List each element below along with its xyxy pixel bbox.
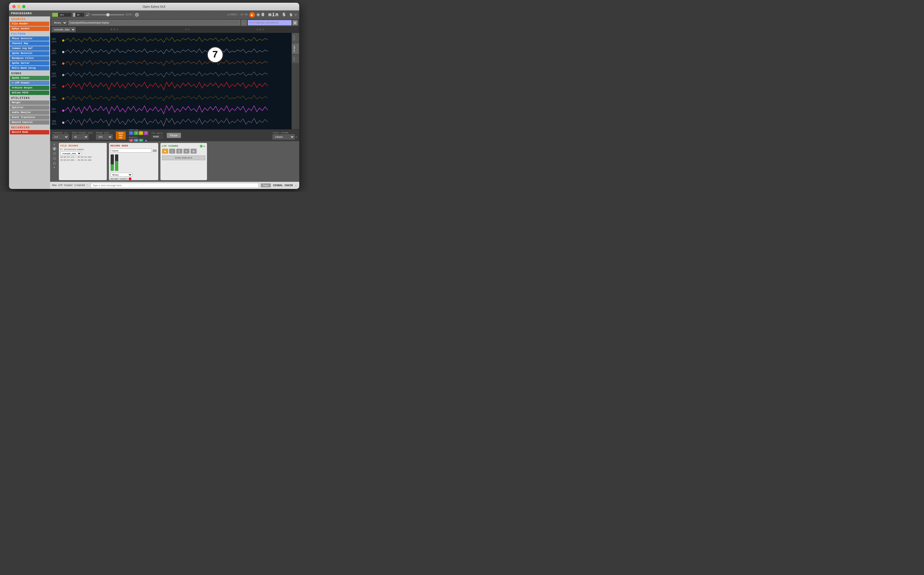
volume-slider[interactable] <box>91 14 124 15</box>
sidebar-item-file-reader[interactable]: File Reader <box>10 22 49 26</box>
maximize-button[interactable] <box>22 5 25 8</box>
play-button[interactable]: ▶ <box>249 12 255 17</box>
overlay-row-2: 2 4 6 8 <box>129 139 148 141</box>
tab-info[interactable]: Info <box>292 33 299 43</box>
close-button[interactable] <box>12 5 16 8</box>
lfp-viewer-header: LFP VIEWER ▶ <box>162 145 205 148</box>
minimize-button[interactable] <box>17 5 21 8</box>
events-btn-6[interactable]: 6 <box>139 139 143 141</box>
df-meter: DF <box>73 13 84 17</box>
record-events-label: RECORD EVENTS <box>111 178 128 180</box>
filename-input[interactable] <box>248 20 292 25</box>
node-circle-2 <box>53 157 56 160</box>
lfp-preset-dropdown[interactable]: example_data <box>52 27 76 32</box>
message-input[interactable] <box>90 183 259 188</box>
sidebar-item-channel-map[interactable]: Channel Map <box>10 41 49 46</box>
svg-point-2 <box>62 40 64 41</box>
sidebar-item-ephys-socket[interactable]: Ephys Socket <box>10 27 49 31</box>
lfp-btn-col2[interactable]: || <box>176 149 183 154</box>
ttl-value: NONE <box>151 135 163 139</box>
range-group: Range (µV) 250 <box>96 132 113 139</box>
time-marker-2: 1 s <box>185 28 189 31</box>
sidebar-item-common-avg-ref[interactable]: Common Avg Ref <box>10 46 49 51</box>
lfp-area: example_data 0.5 s 1 s 1.5 s 7 <box>50 26 299 141</box>
file-options-button[interactable]: ▤ <box>293 20 298 25</box>
overlay-group: Overlay 1 3 5 7 Events: 2 <box>129 129 148 141</box>
sidebar-item-spike-detector[interactable]: Spike Detector <box>10 51 49 56</box>
sidebar-item-audio-monitor[interactable]: Audio Monitor <box>10 110 49 115</box>
timebase-dropdown[interactable]: 2.0 <box>52 135 69 139</box>
tab-graph[interactable]: Graph <box>292 43 299 54</box>
file-reader-card: FILE READER F: structure.oebin example_d… <box>59 143 107 180</box>
sidebar-item-record-node[interactable]: Record Node <box>10 130 49 135</box>
sidebar-item-splitter[interactable]: Splitter <box>10 105 49 110</box>
sidebar-item-spike-sorter[interactable]: Spike Sorter <box>10 61 49 65</box>
range-label: Range (µV) <box>96 132 113 134</box>
expand-icon[interactable]: ▽ <box>295 13 297 17</box>
overlay-btn-3[interactable]: 3 <box>134 131 138 135</box>
overlay-btn-1[interactable]: 1 <box>129 131 133 135</box>
record-node-format-dropdown[interactable]: Binary <box>111 173 132 176</box>
svg-point-14 <box>62 86 64 87</box>
svg-point-23 <box>62 122 64 124</box>
save-button[interactable]: Save <box>261 183 271 187</box>
file-reader-preset-dropdown[interactable]: example_data <box>60 151 82 155</box>
sidebar-item-multiband-integ[interactable]: Multi-Band Integ <box>10 66 49 70</box>
pause-button[interactable]: Pause <box>167 133 181 138</box>
svg-text:DATA: DATA <box>52 52 57 54</box>
recording-section-title: RECORDING <box>9 125 50 130</box>
events-btn-4[interactable]: 4 <box>134 139 138 141</box>
volume-icon[interactable]: 🔊 <box>86 13 90 17</box>
sidebar-item-online-psth[interactable]: Online PSTH <box>10 91 49 95</box>
record-dot <box>257 13 260 16</box>
sidebar-item-arduino-output[interactable]: Arduino Output <box>10 86 49 90</box>
filepath-input[interactable] <box>68 20 240 25</box>
svg-point-5 <box>62 51 64 53</box>
lfp-viewer-title: LFP VIEWER <box>162 145 178 148</box>
events-btn-8[interactable]: 8 <box>144 139 148 141</box>
color-scheme-dropdown[interactable]: Classic <box>273 135 295 139</box>
sidebar-item-lfp-viewer[interactable]: > LFP Viewer <box>10 81 49 85</box>
events-label: Events: <box>129 136 148 138</box>
file-reader-time1: 00:00:04.176 / 00:00:04.999 <box>60 156 91 158</box>
lfp-btn-grid[interactable]: ⊞ <box>191 149 197 154</box>
chan-height-dropdown[interactable]: 40 <box>72 135 89 139</box>
record-node-browse-btn[interactable]: ... <box>153 149 157 152</box>
chan-height-label: Chan height (px) <box>72 132 93 134</box>
sidebar-item-phase-detector[interactable]: Phase Detector <box>10 37 49 41</box>
sidebar-item-spike-viewer[interactable]: Spike Viewer <box>10 76 49 80</box>
sidebar-item-merger[interactable]: Merger <box>10 100 49 105</box>
lfp-btn-rows[interactable]: ≡ <box>183 149 189 154</box>
record-node-path-input[interactable] <box>111 149 152 152</box>
sidebar-item-bandpass-filter[interactable]: Bandpass Filter <box>10 56 49 60</box>
sidebar-item-record-control[interactable]: Record Control <box>10 120 49 125</box>
record-node-path-row: ... <box>111 149 157 152</box>
lfp-icon-row: ■ | || ≡ ⊞ <box>162 149 205 154</box>
svg-text:DATA: DATA <box>52 64 57 66</box>
timebase-group: Timebase (s) 2.0 <box>52 132 69 139</box>
color-arrow-icon: ◁ <box>295 135 297 138</box>
format-dropdown[interactable]: Binary <box>52 20 67 25</box>
data-aux-adc-badge: DATA AUX ADC <box>116 132 125 140</box>
status-message: New LFP Viewer created <box>52 184 85 187</box>
lfp-btn-square[interactable]: ■ <box>162 149 168 154</box>
overlay-btn-5[interactable]: 5 <box>139 131 143 135</box>
record-events-indicator <box>129 178 132 180</box>
sidebar: PROCESSORS SOURCES File Reader Ephys Soc… <box>9 10 50 189</box>
overlay-row-1: 1 3 5 7 <box>129 131 148 135</box>
status-caret-icon: ⌃ <box>87 184 89 187</box>
lfp-btn-col1[interactable]: | <box>169 149 175 154</box>
tab-lfp[interactable]: LFP <box>292 55 299 63</box>
sync-displays-button[interactable]: SYNC DISPLAYS <box>162 156 205 160</box>
overlay-btn-7[interactable]: 7 <box>144 131 148 135</box>
lfp-timemarkers: 0.5 s 1 s 1.5 s <box>77 28 298 31</box>
sidebar-item-event-translator[interactable]: Event Translator <box>10 115 49 120</box>
filepath-row: Binary ... ▤ <box>50 19 299 26</box>
range-dropdown[interactable]: 250 <box>96 135 113 139</box>
utilities-section-title: UTILITIES <box>9 95 50 100</box>
level-meter-1 <box>111 154 114 171</box>
browse-button[interactable]: ... <box>241 20 247 25</box>
filters-section-title: FILTERS <box>9 31 50 36</box>
events-btn-2[interactable]: 2 <box>129 139 133 141</box>
svg-text:CH3: CH3 <box>52 61 56 64</box>
